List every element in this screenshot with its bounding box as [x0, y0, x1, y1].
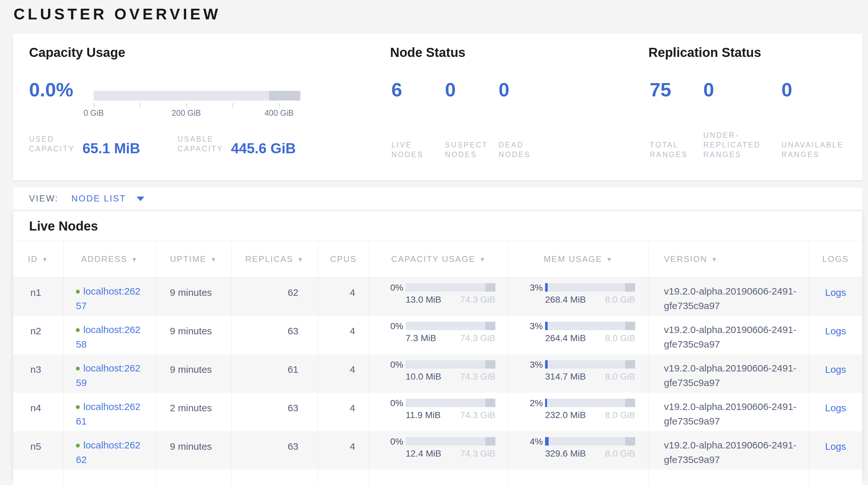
capacity-mini-bar — [406, 437, 495, 446]
uptime-cell: 2 minutes — [156, 393, 231, 431]
column-header-address[interactable]: ADDRESS▼ — [63, 241, 156, 277]
logs-cell: Logs — [809, 316, 862, 354]
uptime-cell: 9 minutes — [156, 316, 231, 354]
mem-usage-cell: 2% 232.0 MiB 8.0 GiB — [508, 393, 648, 431]
capacity-mini-bar — [406, 322, 495, 330]
table-row: n2 localhost:26258 9 minutes 63 4 0% — [13, 316, 862, 354]
dead-nodes-stat: 0 DEAD NODES — [499, 80, 552, 160]
sort-icon: ▼ — [606, 256, 613, 263]
live-status-dot-icon — [76, 444, 80, 448]
capacity-mini-bar — [406, 360, 495, 369]
mem-usage-cell: 3% 314.7 MiB 8.0 GiB — [508, 354, 648, 393]
node-address-link[interactable]: localhost:26262 — [76, 440, 141, 465]
suspect-nodes-stat: 0 SUSPECT NODES — [445, 80, 499, 160]
column-header-cpus: CPUS — [318, 241, 369, 277]
usable-capacity-stat: USABLE CAPACITY 445.6 GiB — [178, 134, 296, 153]
live-nodes-title: Live Nodes — [13, 211, 862, 241]
replicas-cell: 62 — [231, 278, 318, 316]
live-status-dot-icon — [76, 290, 80, 293]
axis-label-400gib: 400 GiB — [265, 108, 293, 118]
version-cell: v19.2.0-alpha.20190606-2491-gfe735c9a97 — [648, 354, 809, 393]
mem-usage-cell: 3% 264.4 MiB 8.0 GiB — [508, 316, 648, 354]
chevron-down-icon — [136, 197, 144, 201]
usable-capacity-value: 445.6 GiB — [231, 142, 296, 155]
column-header-replicas[interactable]: REPLICAS▼ — [231, 241, 318, 277]
memory-mini-bar — [545, 322, 635, 330]
live-nodes-panel: Live Nodes ID▼ ADDRESS▼ UPTIME▼ REPLICAS… — [13, 211, 862, 477]
node-address-link[interactable]: localhost:26261 — [76, 401, 141, 426]
capacity-usage-section: Capacity Usage 0.0% — [29, 34, 371, 180]
node-address-cell: localhost:26257 — [63, 278, 156, 316]
live-status-dot-icon — [76, 328, 80, 332]
replicas-cell: 63 — [231, 393, 318, 431]
table-header-row: ID▼ ADDRESS▼ UPTIME▼ REPLICAS▼ CPUS CAPA… — [13, 241, 862, 278]
memory-mini-bar — [545, 283, 635, 292]
used-capacity-stat: USED CAPACITY 65.1 MiB — [29, 134, 140, 153]
cluster-overview-page: CLUSTER OVERVIEW Capacity Usage 0.0% — [0, 0, 868, 485]
node-id-cell: n5 — [13, 431, 63, 470]
uptime-cell: 9 minutes — [156, 431, 231, 470]
node-status-title: Node Status — [390, 45, 465, 60]
node-address-link[interactable]: localhost:26259 — [76, 363, 141, 388]
column-header-mem-usage[interactable]: MEM USAGE▼ — [508, 241, 648, 277]
under-replicated-ranges-stat: 0 UNDER- REPLICATED RANGES — [703, 80, 781, 160]
memory-mini-bar — [545, 399, 635, 407]
node-address-cell: localhost:26261 — [63, 393, 156, 431]
uptime-cell: 9 minutes — [156, 278, 231, 316]
view-bar: VIEW: NODE LIST — [13, 188, 862, 210]
capacity-usage-cell: 0% 10.0 MiB 74.3 GiB — [369, 354, 508, 393]
column-header-id[interactable]: ID▼ — [13, 241, 63, 277]
logs-link[interactable]: Logs — [825, 287, 846, 298]
capacity-usage-cell: 0% 12.4 MiB 74.3 GiB — [369, 431, 508, 470]
table-row: n3 localhost:26259 9 minutes 61 4 0% — [13, 354, 862, 393]
memory-mini-bar — [545, 437, 635, 446]
cpus-cell: 4 — [318, 316, 369, 354]
sort-icon: ▼ — [131, 256, 138, 263]
node-id-cell: n4 — [13, 393, 63, 431]
logs-cell: Logs — [809, 431, 862, 470]
sort-icon: ▼ — [711, 256, 718, 263]
version-cell: v19.2.0-alpha.20190606-2491-gfe735c9a97 — [648, 431, 809, 470]
capacity-usage-cell: 0% 13.0 MiB 74.3 GiB — [369, 278, 508, 316]
logs-cell: Logs — [809, 354, 862, 393]
table-body: n1 localhost:26257 9 minutes 62 4 0% — [13, 278, 862, 485]
logs-cell: Logs — [809, 278, 862, 316]
view-dropdown[interactable]: NODE LIST — [71, 194, 144, 204]
column-header-capacity-usage[interactable]: CAPACITY USAGE▼ — [369, 241, 508, 277]
logs-link[interactable]: Logs — [825, 441, 846, 452]
replication-status-title: Replication Status — [648, 45, 761, 60]
uptime-cell: 9 minutes — [156, 354, 231, 393]
total-ranges-stat: 75 TOTAL RANGES — [650, 80, 703, 160]
cpus-cell: 4 — [318, 278, 369, 316]
memory-mini-bar — [545, 360, 635, 369]
logs-link[interactable]: Logs — [825, 364, 846, 375]
usable-capacity-label: USABLE — [178, 134, 223, 144]
live-status-dot-icon — [76, 367, 80, 371]
column-header-logs: LOGS — [809, 241, 862, 277]
capacity-percent: 0.0% — [29, 80, 87, 119]
table-row: n1 localhost:26257 9 minutes 62 4 0% — [13, 278, 862, 316]
capacity-usage-cell: 0% 7.3 MiB 74.3 GiB — [369, 316, 508, 354]
live-status-dot-icon — [76, 405, 80, 409]
logs-link[interactable]: Logs — [825, 403, 846, 413]
axis-label-200gib: 200 GiB — [172, 108, 201, 118]
node-address-link[interactable]: localhost:26258 — [76, 324, 141, 349]
replication-status-section: Replication Status 75 TOTAL RANGES 0 UND… — [648, 34, 862, 180]
cpus-cell: 4 — [318, 431, 369, 470]
capacity-usage-cell: 0% 11.9 MiB 74.3 GiB — [369, 393, 508, 431]
replicas-cell: 61 — [231, 354, 318, 393]
node-address-cell: localhost:26258 — [63, 316, 156, 354]
logs-link[interactable]: Logs — [825, 325, 846, 336]
version-cell: v19.2.0-alpha.20190606-2491-gfe735c9a97 — [648, 278, 809, 316]
capacity-mini-bar — [406, 283, 495, 292]
view-label: VIEW: — [29, 194, 58, 204]
node-address-cell: localhost:26259 — [63, 354, 156, 393]
unavailable-ranges-stat: 0 UNAVAILABLE RANGES — [781, 80, 862, 160]
mem-usage-cell: 4% 329.6 MiB 8.0 GiB — [508, 431, 648, 470]
used-capacity-value: 65.1 MiB — [82, 142, 140, 155]
column-header-uptime[interactable]: UPTIME▼ — [156, 241, 231, 277]
node-status-section: Node Status 6 LIVE NODES 0 SUSPECT NODES — [390, 34, 623, 180]
column-header-version[interactable]: VERSION▼ — [648, 241, 809, 277]
view-dropdown-value: NODE LIST — [71, 194, 126, 204]
node-address-link[interactable]: localhost:26257 — [76, 286, 141, 311]
